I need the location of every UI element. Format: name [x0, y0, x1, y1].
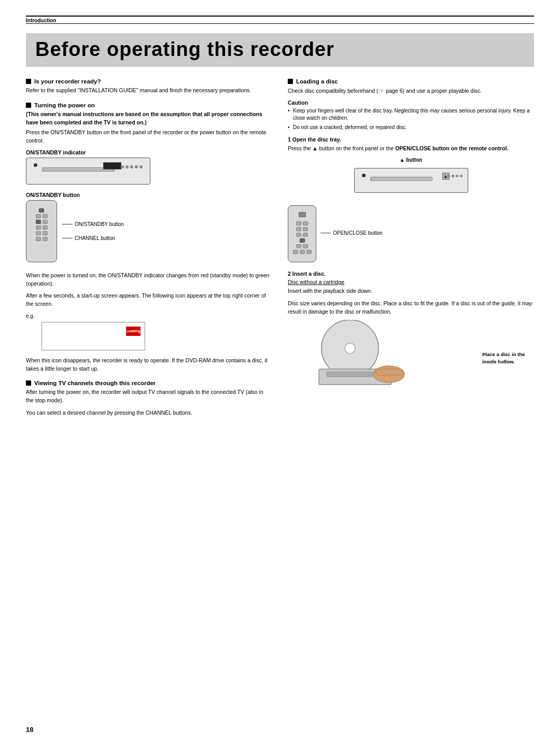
section-power-on: Turning the power on (This owner's manua…	[26, 102, 272, 373]
power-on-heading: Turning the power on	[26, 102, 272, 108]
indicator-label: ON/STANDBY indicator	[26, 149, 272, 156]
rr-row-1	[291, 221, 313, 225]
rr-btn-d	[303, 227, 308, 231]
rr-row-3	[291, 233, 313, 237]
rr-row-4	[291, 238, 313, 243]
thin-divider	[26, 23, 534, 24]
step-1-body: Press the ▲ button on the front panel or…	[288, 145, 534, 153]
right-indicator-dot	[362, 174, 366, 177]
rr-row-2	[291, 227, 313, 231]
remote-labels-container: ON/STANDBY button CHANNEL button	[62, 221, 124, 243]
remote-row-5	[31, 231, 52, 235]
svg-point-1	[345, 343, 355, 354]
indicator-dot	[34, 163, 37, 167]
section-recorder-ready: Is your recorder ready? Refer to the sup…	[26, 78, 272, 95]
step-1-block: 1 Open the disc tray. Press the ▲ button…	[288, 136, 534, 264]
remote-btn-c	[43, 220, 48, 224]
control-buttons	[121, 165, 143, 168]
disc-without-cartridge-label: Disc without a cartridge	[288, 279, 534, 285]
ctrl-btn-1	[121, 165, 124, 168]
remote-device-illustration	[26, 200, 57, 262]
tv-channels-body1: After turning the power on, the recorder…	[26, 388, 272, 405]
recorder-ready-heading: Is your recorder ready?	[26, 78, 272, 84]
step-2-heading: 2 Insert a disc.	[288, 271, 534, 277]
top-divider	[26, 16, 534, 17]
open-close-label: OPEN/CLOSE button	[320, 230, 383, 238]
oc-dash	[320, 233, 331, 233]
right-ctrl-2	[452, 175, 454, 177]
rr-row-5	[291, 244, 313, 248]
recorder-ready-body: Refer to the supplied "INSTALLATION GUID…	[26, 87, 272, 95]
page: Introduction Before operating this recor…	[0, 0, 560, 749]
channel-remote-label: CHANNEL button	[75, 235, 115, 241]
eject-button-label: ▲ button	[400, 157, 423, 163]
remote-channel-btn	[36, 220, 41, 224]
on-standby-label-line: ON/STANDBY button	[62, 221, 124, 227]
place-disc-caption: Place a disc in the inside hollow.	[482, 351, 529, 365]
power-on-body4: When this icon disappears, the recorder …	[26, 357, 272, 373]
right-disc-slot	[370, 177, 432, 181]
section-loading-disc: Loading a disc Check disc compatibility …	[288, 78, 534, 392]
remote-btn-h	[36, 237, 41, 241]
loading-box: Loading	[41, 322, 145, 350]
two-col-layout: Is your recorder ready? Refer to the sup…	[26, 78, 534, 425]
remote-top-btn	[299, 212, 306, 217]
svg-rect-5	[376, 369, 402, 375]
section-label: Introduction	[26, 18, 534, 23]
on-standby-remote-label: ON/STANDBY button	[75, 221, 124, 227]
dash-2	[62, 238, 73, 238]
loading-disc-heading: Loading a disc	[288, 78, 534, 84]
ctrl-btn-2	[125, 165, 129, 168]
disc-insertion-area: Place a disc in the inside hollow.	[288, 320, 534, 392]
svg-rect-3	[327, 372, 373, 377]
dash-1	[62, 224, 73, 224]
ctrl-btn-5	[139, 165, 143, 168]
caution-item-2: Do not use a cracked, deformed, or repai…	[288, 124, 534, 132]
rr-btn-f	[303, 233, 308, 237]
loading-disc-body: Check disc compatibility beforehand (☞ p…	[288, 87, 534, 95]
right-ctrl-3	[456, 175, 458, 177]
remote-btn-g	[43, 231, 48, 235]
rr-btn-e	[296, 233, 301, 237]
eg-label: e.g.	[26, 313, 35, 319]
on-standby-button-label: ON/STANDBY button	[26, 192, 272, 198]
rr-btn-k	[306, 250, 312, 254]
tv-channels-body2: You can select a desired channel by pres…	[26, 409, 272, 417]
power-on-bold: (This owner's manual instructions are ba…	[26, 110, 272, 127]
rr-row-6	[291, 250, 313, 254]
header-bar: Introduction	[26, 16, 534, 24]
remote-buttons-area	[31, 208, 52, 243]
step-1-heading: 1 Open the disc tray.	[288, 136, 534, 143]
rr-open-close-btn	[300, 238, 305, 243]
right-device-area: ▲ button ▲	[288, 157, 534, 196]
rr-btn-a	[296, 221, 301, 225]
disc-insert-svg	[309, 320, 412, 387]
remote-btn-d	[36, 225, 41, 230]
page-title: Before operating this recorder	[35, 38, 525, 61]
open-close-text: OPEN/CLOSE button	[333, 230, 383, 236]
section-tv-channels: Viewing TV channels through this recorde…	[26, 380, 272, 417]
arrow-icon: ☞	[379, 87, 384, 95]
remote-btn-b	[43, 214, 48, 218]
caution-box: Caution Keep your fingers well clear of …	[288, 100, 534, 132]
display-panel	[103, 162, 121, 169]
loading-example-wrapper: e.g. Loading	[26, 313, 145, 354]
recorder-device-illustration	[26, 158, 150, 185]
caution-item-1: Keep your fingers well clear of the disc…	[288, 107, 534, 122]
remote-btn-a	[36, 214, 41, 218]
remote-row-2	[31, 214, 52, 218]
recorder-right-illustration: ▲	[354, 168, 468, 193]
rr-btn-h	[303, 244, 308, 248]
rr-btn-g	[296, 244, 301, 248]
insert-body2: Disc size varies depending on the disc. …	[288, 300, 534, 316]
remote-btn-i	[43, 237, 48, 241]
remote-btn-e	[43, 225, 48, 230]
caution-title: Caution	[288, 100, 534, 106]
right-ctrl-4	[460, 175, 463, 177]
insert-body1: Insert with the playback side down.	[288, 287, 534, 295]
page-number: 18	[26, 726, 33, 733]
rr-btn-j	[300, 250, 305, 254]
ctrl-btn-3	[130, 165, 133, 168]
step-2-block: 2 Insert a disc. Disc without a cartridg…	[288, 271, 534, 392]
right-ctrl-1	[447, 175, 450, 177]
